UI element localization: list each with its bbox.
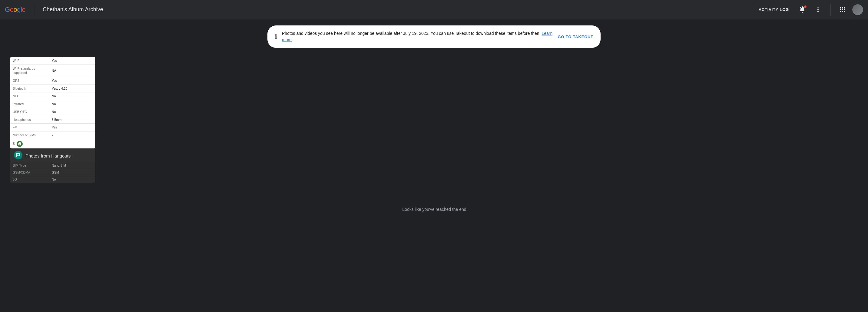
spec-value: Yes bbox=[50, 57, 95, 64]
banner-message: Photos and videos you see here will no l… bbox=[282, 30, 553, 43]
specs-table: Wi-Fi Yes Wi-Fi standards supported NA G… bbox=[10, 57, 95, 149]
spec-label: FM bbox=[10, 124, 50, 131]
table-row: Wi-Fi Yes bbox=[10, 57, 95, 64]
spec-value: 2 bbox=[50, 131, 95, 139]
header-divider bbox=[34, 5, 34, 14]
header-separator bbox=[830, 4, 831, 16]
sim-icon bbox=[18, 142, 22, 146]
spec-value: Yes, v 4.20 bbox=[50, 85, 95, 92]
notification-badge bbox=[804, 5, 807, 8]
table-row: GPS Yes bbox=[10, 77, 95, 85]
spec-value: Yes bbox=[50, 77, 95, 85]
spec-label: 3G bbox=[10, 176, 50, 183]
hangouts-overlay-container: Photos from Hangouts bbox=[10, 149, 95, 162]
spec-value: No bbox=[50, 92, 95, 100]
hangouts-label: Photos from Hangouts bbox=[26, 153, 70, 158]
table-row: USB OTG No bbox=[10, 108, 95, 116]
google-logo: Google bbox=[5, 6, 26, 13]
table-row: NFC No bbox=[10, 92, 95, 100]
table-row: Wi-Fi standards supported NA bbox=[10, 64, 95, 76]
spec-value: No bbox=[50, 176, 95, 183]
more-vert-icon bbox=[814, 6, 822, 13]
spec-label: Number of SIMs bbox=[10, 131, 50, 139]
table-row: Infrared No bbox=[10, 100, 95, 108]
table-row: FM Yes bbox=[10, 124, 95, 131]
table-row: Headphones 3.5mm bbox=[10, 116, 95, 124]
header-logo: Google Chethan's Album Archive bbox=[5, 5, 103, 14]
google-letter-g2: g bbox=[17, 6, 21, 13]
table-row: Number of SIMs 2 bbox=[10, 131, 95, 139]
spec-value: GSM bbox=[50, 169, 95, 176]
notification-button[interactable] bbox=[796, 4, 808, 16]
spec-label: GPS bbox=[10, 77, 50, 85]
table-row: 3G No bbox=[10, 176, 95, 183]
google-letter-o2: o bbox=[13, 6, 17, 13]
info-icon: ℹ bbox=[275, 33, 277, 40]
spec-label: Infrared bbox=[10, 100, 50, 108]
page-title: Chethan's Album Archive bbox=[43, 6, 103, 13]
chat-icon bbox=[16, 153, 21, 157]
header-actions: ACTIVITY LOG bbox=[755, 4, 863, 16]
spec-label: NFC bbox=[10, 92, 50, 100]
more-options-button[interactable] bbox=[812, 4, 824, 16]
spec-value: 3.5mm bbox=[50, 116, 95, 124]
table-row: SIM Type Nano-SIM bbox=[10, 162, 95, 169]
hangouts-overlay[interactable]: Photos from Hangouts bbox=[10, 149, 95, 162]
activity-log-button[interactable]: ACTIVITY LOG bbox=[755, 5, 793, 14]
specs-table-dark: SIM Type Nano-SIM GSM/CDMA GSM 3G No bbox=[10, 162, 95, 183]
spec-label: Wi-Fi bbox=[10, 57, 50, 64]
app-header: Google Chethan's Album Archive ACTIVITY … bbox=[0, 0, 868, 20]
google-letter-o1: o bbox=[10, 6, 13, 13]
end-message: Looks like you've reached the end bbox=[7, 201, 861, 218]
spec-value: No bbox=[50, 108, 95, 116]
google-letter-e: e bbox=[22, 6, 26, 13]
google-letter-g: G bbox=[5, 6, 10, 13]
user-avatar[interactable] bbox=[852, 4, 863, 15]
spec-label: Bluetooth bbox=[10, 85, 50, 92]
notice-banner: ℹ Photos and videos you see here will no… bbox=[268, 26, 600, 48]
content-section: Wi-Fi Yes Wi-Fi standards supported NA G… bbox=[7, 54, 95, 183]
hangouts-icon bbox=[14, 151, 23, 159]
apps-button[interactable] bbox=[837, 4, 848, 16]
spec-value bbox=[50, 139, 95, 149]
specs-table-dark-card: SIM Type Nano-SIM GSM/CDMA GSM 3G No bbox=[10, 162, 95, 183]
spec-label: Headphones bbox=[10, 116, 50, 124]
spec-value: NA bbox=[50, 64, 95, 76]
apps-icon bbox=[839, 6, 846, 13]
spec-label: Wi-Fi standards supported bbox=[10, 64, 50, 76]
spec-label: GSM/CDMA bbox=[10, 169, 50, 176]
sim-icon-circle bbox=[17, 141, 23, 147]
main-content: Wi-Fi Yes Wi-Fi standards supported NA G… bbox=[0, 54, 868, 218]
spec-label: SIM Type bbox=[10, 162, 50, 169]
go-to-takeout-button[interactable]: GO TO TAKEOUT bbox=[558, 34, 593, 39]
table-row: Bluetooth Yes, v 4.20 bbox=[10, 85, 95, 92]
specs-table-card: Wi-Fi Yes Wi-Fi standards supported NA G… bbox=[10, 57, 95, 149]
table-row: GSM/CDMA GSM bbox=[10, 169, 95, 176]
spec-value: No bbox=[50, 100, 95, 108]
table-row: S bbox=[10, 139, 95, 149]
spec-label: S bbox=[10, 139, 28, 149]
spec-label: USB OTG bbox=[10, 108, 50, 116]
spec-value: Yes bbox=[50, 124, 95, 131]
spec-value: Nano-SIM bbox=[50, 162, 95, 169]
